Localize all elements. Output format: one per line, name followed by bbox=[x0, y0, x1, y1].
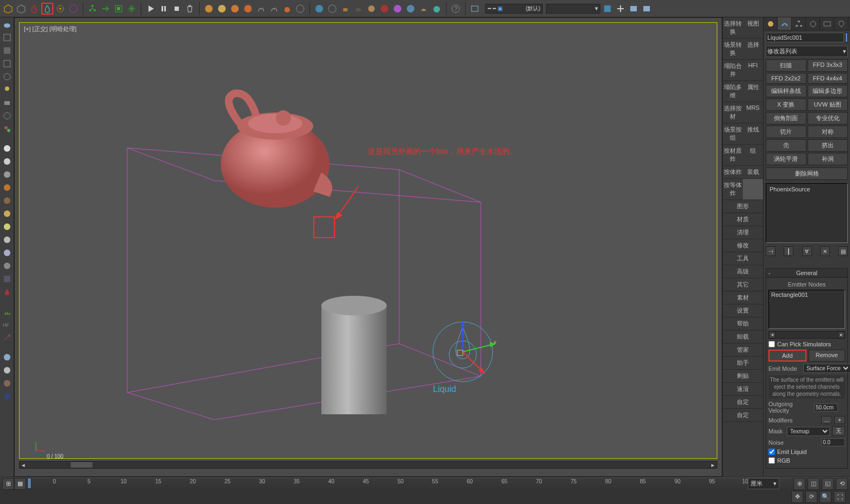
icon-8[interactable] bbox=[100, 3, 111, 15]
max-icon[interactable]: ⛶ bbox=[834, 491, 846, 503]
spinner-value[interactable]: 0 bbox=[504, 5, 526, 11]
preset-11-icon[interactable] bbox=[339, 3, 351, 15]
modifiers-plus-button[interactable]: + bbox=[834, 416, 845, 424]
rl-item[interactable]: 帮助 bbox=[723, 318, 763, 331]
play-icon[interactable] bbox=[145, 3, 157, 15]
pan-icon[interactable]: ✥ bbox=[791, 491, 803, 503]
configure-icon[interactable]: ▤ bbox=[838, 246, 848, 256]
emitter-list-hscroll[interactable]: ◂▸ bbox=[768, 331, 845, 339]
render-1-icon[interactable] bbox=[601, 3, 613, 15]
frame-spinner[interactable]: ━ ━ ▣ 0 (默认) bbox=[485, 4, 543, 14]
emit-liquid-checkbox[interactable] bbox=[768, 449, 775, 455]
icon-2[interactable] bbox=[15, 3, 27, 15]
icon-1[interactable] bbox=[2, 3, 14, 15]
tab-utilities[interactable] bbox=[834, 17, 848, 30]
stack-item[interactable]: PhoenixSource bbox=[767, 185, 846, 194]
viewport-hscroll[interactable]: ◂ 0 / 100 ▸ bbox=[19, 461, 717, 469]
rl-select-convert[interactable]: 选择转换 bbox=[723, 17, 743, 39]
lt-sphere-5[interactable] bbox=[1, 195, 13, 207]
rl-item[interactable]: 管家 bbox=[723, 344, 763, 357]
rl-item[interactable]: 高级 bbox=[723, 265, 763, 278]
rl-item[interactable]: 助手 bbox=[723, 357, 763, 370]
icon-6[interactable] bbox=[67, 3, 79, 15]
render-2-icon[interactable] bbox=[628, 3, 640, 15]
lt-sphere-b4[interactable] bbox=[1, 390, 13, 402]
can-pick-simulators-checkbox[interactable] bbox=[768, 341, 775, 347]
emitter-list-item[interactable]: Rectangle001 bbox=[769, 290, 845, 299]
modifier-btn[interactable]: UVW 贴图 bbox=[808, 98, 848, 111]
viewport-label[interactable]: [+] [正交] [明暗处理] bbox=[24, 25, 77, 33]
modifier-btn[interactable]: FFD 3x3x3 bbox=[808, 59, 848, 72]
modifier-btn[interactable]: 扫描 bbox=[766, 59, 806, 72]
lt-sphere-6[interactable] bbox=[1, 208, 13, 220]
rl-item[interactable]: 素材 bbox=[723, 291, 763, 304]
delete-mesh-button[interactable]: 删除网格 bbox=[766, 167, 848, 180]
preset-8-icon[interactable] bbox=[294, 3, 306, 15]
timeline-mode2-icon[interactable]: ▦ bbox=[14, 478, 26, 490]
lt-3[interactable] bbox=[1, 45, 13, 57]
timeline-cursor[interactable] bbox=[27, 478, 32, 489]
modifier-btn[interactable]: 对称 bbox=[808, 126, 848, 138]
lt-noise[interactable] bbox=[1, 273, 13, 285]
rl-item[interactable]: 其它 bbox=[723, 278, 763, 291]
mask-select[interactable]: Texmap bbox=[787, 427, 830, 436]
rgb-checkbox[interactable] bbox=[768, 457, 775, 464]
lt-arrow[interactable] bbox=[1, 332, 13, 344]
icon-9[interactable] bbox=[113, 3, 125, 15]
preset-10-icon[interactable] bbox=[326, 3, 338, 15]
rl-view[interactable]: 视图 bbox=[743, 17, 763, 39]
lt-sphere-8[interactable] bbox=[1, 234, 13, 246]
lt-light[interactable] bbox=[1, 84, 13, 96]
lt-sphere-2[interactable] bbox=[1, 155, 13, 167]
modifiers-browse-button[interactable]: ... bbox=[821, 416, 832, 424]
add-button[interactable]: Add bbox=[768, 350, 806, 362]
object-color-swatch[interactable] bbox=[845, 33, 848, 42]
lt-sphere-1[interactable] bbox=[1, 142, 13, 154]
timeline-mode-icon[interactable]: ⊞ bbox=[2, 478, 14, 490]
remove-mod-icon[interactable]: ✕ bbox=[820, 246, 830, 256]
emit-mode-select[interactable]: Surface Force bbox=[803, 364, 850, 373]
modifier-btn[interactable]: 涡轮平滑 bbox=[766, 153, 806, 165]
modifier-btn[interactable]: 编辑样条线 bbox=[766, 85, 806, 97]
liquid-gizmo[interactable]: y bbox=[427, 316, 498, 387]
preset-12-icon[interactable] bbox=[352, 3, 364, 15]
preset-17-icon[interactable] bbox=[418, 3, 430, 15]
icon-7[interactable] bbox=[86, 3, 98, 15]
stop-icon[interactable] bbox=[171, 3, 183, 15]
tab-modify[interactable] bbox=[778, 17, 792, 30]
lt-8[interactable] bbox=[1, 110, 13, 122]
rl-item[interactable]: 速渲 bbox=[723, 383, 763, 396]
pause-icon[interactable] bbox=[158, 3, 170, 15]
trash-icon[interactable] bbox=[184, 3, 196, 15]
rl-item[interactable]: 修改 bbox=[723, 239, 763, 252]
lt-sphere-4[interactable] bbox=[1, 182, 13, 194]
modifier-btn[interactable]: 挤出 bbox=[808, 139, 848, 152]
rl-item[interactable]: 设置 bbox=[723, 304, 763, 318]
lt-sphere-7[interactable] bbox=[1, 221, 13, 233]
modifier-btn[interactable]: 补洞 bbox=[808, 153, 848, 165]
liquid-source-icon[interactable] bbox=[41, 3, 53, 15]
modifier-btn[interactable]: 编辑多边形 bbox=[808, 85, 848, 97]
preset-3-icon[interactable] bbox=[229, 3, 241, 15]
rl-item[interactable]: 工具 bbox=[723, 252, 763, 265]
rl-item[interactable]: 自定 bbox=[723, 409, 763, 422]
render-preset-dropdown[interactable]: ▾ bbox=[546, 4, 600, 14]
preset-6-icon[interactable] bbox=[268, 3, 280, 15]
preset-7-icon[interactable] bbox=[281, 3, 293, 15]
lt-4[interactable] bbox=[1, 58, 13, 70]
mask-none-button[interactable]: 无 bbox=[832, 426, 845, 436]
zoom-icon[interactable]: 🔍 bbox=[820, 491, 832, 503]
emitter-nodes-list[interactable]: Rectangle001 bbox=[768, 290, 845, 329]
preset-fire-icon[interactable] bbox=[203, 3, 215, 15]
icon-10[interactable] bbox=[126, 3, 138, 15]
modifier-btn[interactable]: FFD 2x2x2 bbox=[766, 73, 806, 84]
render-3-icon[interactable] bbox=[641, 3, 653, 15]
tab-create[interactable] bbox=[764, 17, 778, 30]
remove-button[interactable]: Remove bbox=[809, 350, 846, 362]
timeline-ruler[interactable]: 0510152025303540455055606570758085909510… bbox=[54, 478, 747, 489]
modifier-list-dropdown[interactable]: 修改器列表▾ bbox=[766, 46, 848, 57]
tab-motion[interactable] bbox=[806, 17, 820, 30]
help-icon[interactable]: ? bbox=[450, 3, 462, 15]
lt-sphere-3[interactable] bbox=[1, 169, 13, 181]
lt-sphere-b2[interactable] bbox=[1, 364, 13, 376]
